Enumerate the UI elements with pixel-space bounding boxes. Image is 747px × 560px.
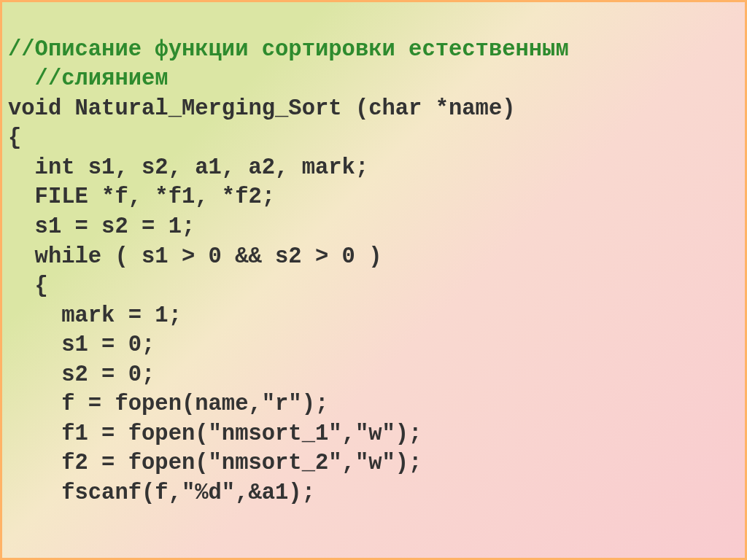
code-line: { <box>8 125 21 150</box>
code-line: FILE *f, *f1, *f2; <box>8 184 275 209</box>
code-line: s2 = 0; <box>8 362 155 387</box>
code-line: int s1, s2, a1, a2, mark; <box>8 155 368 180</box>
code-line: f2 = fopen("nmsort_2","w"); <box>8 451 422 475</box>
code-line: f1 = fopen("nmsort_1","w"); <box>8 421 422 446</box>
code-line: fscanf(f,"%d",&a1); <box>8 481 315 505</box>
code-line: mark = 1; <box>8 303 182 328</box>
code-comment-line-1: //Описание функции сортировки естественн… <box>8 37 569 62</box>
code-line: { <box>8 273 48 298</box>
code-line: s1 = s2 = 1; <box>8 214 195 239</box>
code-line: while ( s1 > 0 && s2 > 0 ) <box>8 244 382 269</box>
code-line: s1 = 0; <box>8 332 155 357</box>
code-line: void Natural_Merging_Sort (char *name) <box>8 96 516 121</box>
code-slide: //Описание функции сортировки естественн… <box>0 0 747 560</box>
code-comment-line-2: //слиянием <box>8 66 169 91</box>
code-line: f = fopen(name,"r"); <box>8 392 328 416</box>
